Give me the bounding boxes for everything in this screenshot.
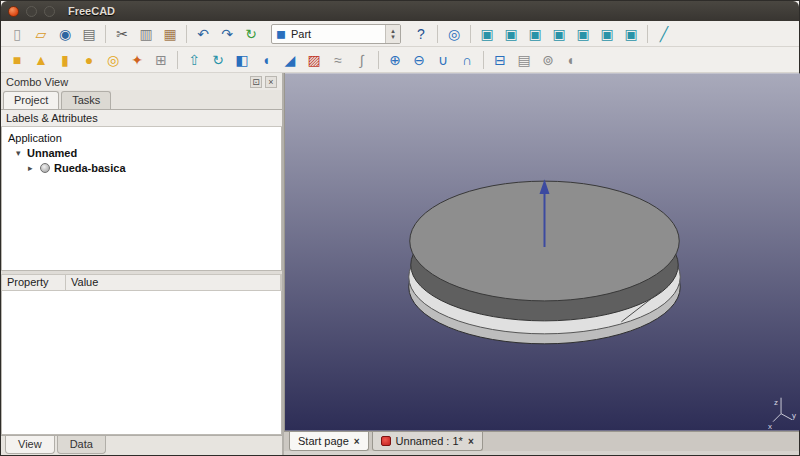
loft-button[interactable]: ≈ [326, 49, 350, 71]
view-bottom-button[interactable]: ▣ [595, 23, 619, 45]
expander-open-icon[interactable]: ▾ [16, 148, 27, 158]
document-area: z y x Start page × Unnamed : 1* × [284, 73, 799, 455]
part-label: Rueda-basica [54, 162, 126, 174]
expander-closed-icon[interactable]: ▸ [28, 163, 39, 173]
part-sphere-button[interactable]: ● [77, 49, 101, 71]
view-axonometric-icon: ▣ [480, 27, 493, 41]
cross-sections-button[interactable]: ▤ [512, 49, 536, 71]
dock-close-icon[interactable]: × [265, 76, 277, 88]
3d-viewport[interactable]: z y x [284, 73, 800, 431]
workbench-dropdown-arrows[interactable]: ▴ ▾ [385, 25, 400, 43]
part-torus-button[interactable]: ◎ [101, 49, 125, 71]
tab-start-page[interactable]: Start page × [289, 432, 369, 451]
tab-project[interactable]: Project [3, 91, 59, 109]
view-top-button[interactable]: ▣ [523, 23, 547, 45]
ruled-surface-button[interactable]: ▨ [302, 49, 326, 71]
part-primitives-icon: ✦ [131, 53, 143, 67]
save-file-button[interactable]: ◉ [53, 23, 77, 45]
labels-attributes-header: Labels & Attributes [1, 110, 282, 127]
extrude-button[interactable]: ⇧ [182, 49, 206, 71]
part-feature-icon [40, 163, 50, 173]
new-file-button[interactable]: ▯ [5, 23, 29, 45]
unnamed-tab-label: Unnamed : 1* [396, 435, 463, 447]
section-button[interactable]: ⊟ [488, 49, 512, 71]
fillet-icon: ◖ [262, 53, 270, 67]
sweep-button[interactable]: ∫ [350, 49, 374, 71]
axis-y-label: y [792, 411, 796, 420]
part-box-icon: ■ [13, 53, 21, 67]
copy-button[interactable]: ▥ [134, 23, 158, 45]
measure-distance-button[interactable]: ╱ [652, 23, 676, 45]
view-right-button[interactable]: ▣ [547, 23, 571, 45]
boolean-union-button[interactable]: ∪ [431, 49, 455, 71]
revolve-icon: ↻ [212, 53, 224, 67]
refresh-button[interactable]: ↻ [239, 23, 263, 45]
boolean-cut-button[interactable]: ⊖ [407, 49, 431, 71]
bottom-strip [284, 451, 799, 455]
cross-sections-icon: ▤ [517, 53, 530, 67]
combo-view-tabs: Project Tasks [1, 90, 282, 110]
value-column-header: Value [66, 275, 281, 290]
tab-view[interactable]: View [5, 436, 55, 454]
print-icon: ▤ [82, 27, 95, 41]
view-right-icon: ▣ [552, 27, 565, 41]
view-left-button[interactable]: ▣ [619, 23, 643, 45]
cut-button[interactable]: ✂ [110, 23, 134, 45]
part-cylinder-button[interactable]: ▮ [53, 49, 77, 71]
window-minimize-button[interactable] [26, 6, 37, 17]
combo-view-header: Combo View ⊡ × [1, 73, 282, 90]
whatsthis-button[interactable]: ? [409, 23, 433, 45]
dock-float-icon[interactable]: ⊡ [250, 76, 262, 88]
undo-icon: ↶ [197, 27, 209, 41]
redo-button[interactable]: ↷ [215, 23, 239, 45]
fit-all-button[interactable]: ◎ [442, 23, 466, 45]
save-file-icon: ◉ [59, 27, 71, 41]
toolbar-separator [177, 51, 178, 69]
view-rear-button[interactable]: ▣ [571, 23, 595, 45]
ruled-surface-icon: ▨ [307, 53, 320, 67]
thickness-button[interactable]: ◐ [560, 49, 584, 71]
boolean-intersection-icon: ∩ [462, 53, 472, 67]
tab-data[interactable]: Data [57, 436, 106, 454]
shape-builder-button[interactable]: ⊞ [149, 49, 173, 71]
property-table-header: Property Value [1, 274, 282, 291]
view-axonometric-button[interactable]: ▣ [475, 23, 499, 45]
boolean-intersection-button[interactable]: ∩ [455, 49, 479, 71]
window-maximize-button[interactable] [44, 6, 55, 17]
offset-button[interactable]: ⊚ [536, 49, 560, 71]
undo-button[interactable]: ↶ [191, 23, 215, 45]
window-close-button[interactable] [8, 6, 19, 17]
workbench-selector[interactable]: ◼ Part ▴ ▾ [271, 24, 401, 44]
whatsthis-icon: ? [417, 27, 425, 41]
toolbar-separator [437, 25, 438, 43]
open-file-icon: ▱ [36, 27, 47, 41]
close-icon[interactable]: × [354, 436, 360, 447]
part-box-button[interactable]: ■ [5, 49, 29, 71]
fillet-button[interactable]: ◖ [254, 49, 278, 71]
part-primitives-button[interactable]: ✦ [125, 49, 149, 71]
tree-item-unnamed-document[interactable]: ▾ Unnamed [4, 145, 279, 160]
spinner-down-icon: ▾ [391, 34, 395, 40]
chamfer-button[interactable]: ◢ [278, 49, 302, 71]
tab-unnamed-document[interactable]: Unnamed : 1* × [372, 432, 483, 451]
toolbar-separator [378, 51, 379, 69]
part-cone-button[interactable]: ▲ [29, 49, 53, 71]
part-torus-icon: ◎ [107, 53, 119, 67]
document-tabbar: Start page × Unnamed : 1* × [284, 431, 799, 451]
fit-all-icon: ◎ [448, 27, 460, 41]
workbench-selected-label: Part [291, 28, 385, 40]
view-front-button[interactable]: ▣ [499, 23, 523, 45]
tree-item-rueda-basica[interactable]: ▸ Rueda-basica [4, 160, 279, 175]
window-title: FreeCAD [68, 5, 115, 17]
mirror-button[interactable]: ◧ [230, 49, 254, 71]
open-file-button[interactable]: ▱ [29, 23, 53, 45]
axis-z-label: z [774, 398, 778, 407]
tree-root-application[interactable]: Application [4, 130, 279, 145]
tab-tasks[interactable]: Tasks [61, 91, 111, 109]
boolean-button[interactable]: ⊕ [383, 49, 407, 71]
view-rear-icon: ▣ [576, 27, 589, 41]
close-icon[interactable]: × [468, 436, 474, 447]
paste-button[interactable]: ▦ [158, 23, 182, 45]
print-button[interactable]: ▤ [77, 23, 101, 45]
revolve-button[interactable]: ↻ [206, 49, 230, 71]
